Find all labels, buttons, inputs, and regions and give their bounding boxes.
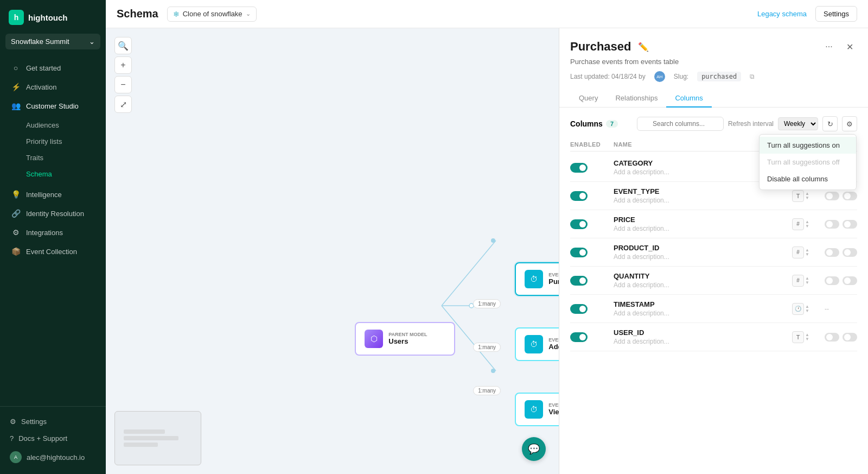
panel-body: Columns 7 🔍 Refresh interval Weekly Dail… <box>559 108 868 474</box>
type-icon-quantity[interactable]: # <box>792 275 804 287</box>
panel-title-actions: ··· ✕ <box>821 39 857 54</box>
suggestion-toggle-product-id[interactable] <box>825 248 839 257</box>
settings-button[interactable]: Settings <box>815 6 857 22</box>
event-node-viewed-info: EVENT MODEL Viewed Product <box>548 402 559 416</box>
sidebar-label-customer-studio: Customer Studio <box>26 102 79 110</box>
workspace-selector[interactable]: Snowflake Summit ⌄ <box>5 34 100 49</box>
event-node-viewed-product[interactable]: ⏱ EVENT MODEL Viewed Product <box>515 393 559 426</box>
event-node-added-to-cart[interactable]: ⏱ EVENT MODEL Added to Cart <box>515 327 559 361</box>
sidebar-item-intelligence[interactable]: 💡 Intelligence <box>3 185 103 204</box>
zoom-in-button[interactable]: + <box>114 56 132 74</box>
toggle-category[interactable] <box>570 163 588 173</box>
tab-query[interactable]: Query <box>570 90 607 108</box>
columns-controls: 🔍 Refresh interval Weekly Daily Hourly ↻… <box>637 116 857 131</box>
toggle-product-id[interactable] <box>570 248 588 257</box>
event-node-cart-info: EVENT MODEL Added to Cart <box>548 337 559 351</box>
fit-view-button[interactable]: ⤢ <box>114 96 132 113</box>
columns-count: 7 <box>606 120 618 128</box>
tab-relationships[interactable]: Relationships <box>607 90 666 108</box>
toggle-price[interactable] <box>570 219 588 229</box>
toggle-quantity[interactable] <box>570 276 588 286</box>
tab-columns[interactable]: Columns <box>666 90 711 108</box>
search-columns-input[interactable] <box>637 117 724 131</box>
enable-toggle-user-id[interactable] <box>843 333 857 342</box>
col-name-quantity: QUANTITY <box>614 272 792 280</box>
enable-toggle-event-type[interactable] <box>843 192 857 200</box>
suggestion-toggle-user-id[interactable] <box>825 333 839 342</box>
close-panel-button[interactable]: ✕ <box>842 39 857 54</box>
type-wrapper-quantity: # ▲ ▼ <box>792 275 809 287</box>
col-desc-product-id[interactable]: Add a description... <box>614 253 792 261</box>
source-chevron-icon: ⌄ <box>246 10 251 17</box>
edit-title-button[interactable]: ✏️ <box>636 39 651 54</box>
sidebar-item-traits[interactable]: Traits <box>3 150 103 166</box>
sidebar-label-event-collection: Event Collection <box>26 248 77 256</box>
schema-canvas[interactable]: 🔍 + − ⤢ <box>106 28 559 474</box>
sidebar-docs-support[interactable]: ? Docs + Support <box>4 430 101 447</box>
type-icon-timestamp[interactable]: 🕐 <box>792 303 804 315</box>
refresh-button[interactable]: ↻ <box>822 116 838 131</box>
type-chev-dn-timestamp[interactable]: ▼ <box>805 309 809 313</box>
sidebar-item-audiences[interactable]: Audiences <box>3 117 103 133</box>
dropdown-item-turn-off[interactable]: Turn all suggestions off <box>760 154 856 170</box>
source-selector[interactable]: ❄ Clone of snowflake ⌄ <box>167 7 257 22</box>
event-node-purchased[interactable]: ⏱ EVENT MODEL Purchased <box>515 262 559 296</box>
type-icon-price[interactable]: # <box>792 218 804 230</box>
sidebar-subitems: Audiences Priority lists Traits Schema <box>0 116 106 185</box>
col-desc-event-type[interactable]: Add a description... <box>614 197 792 204</box>
sidebar-bottom: ⚙ Settings ? Docs + Support A alec@hight… <box>0 406 106 474</box>
type-chev-dn-quantity[interactable]: ▼ <box>805 281 809 285</box>
enable-toggle-quantity[interactable] <box>843 276 857 285</box>
type-wrapper-event-type: T ▲ ▼ <box>792 190 809 202</box>
type-chev-dn-price[interactable]: ▼ <box>805 224 809 229</box>
settings-icon: ⚙ <box>10 418 16 426</box>
col-desc-quantity[interactable]: Add a description... <box>614 281 792 289</box>
type-icon-user-id[interactable]: T <box>792 331 804 343</box>
col-desc-user-id[interactable]: Add a description... <box>614 338 792 345</box>
type-chev-dn-event-type[interactable]: ▼ <box>805 196 809 200</box>
settings-columns-button[interactable]: ⚙ Turn all suggestions on Turn all sugge… <box>842 116 857 131</box>
type-chev-dn-user-id[interactable]: ▼ <box>805 337 809 342</box>
search-canvas-button[interactable]: 🔍 <box>114 37 132 54</box>
col-name-price: PRICE <box>614 216 792 224</box>
sidebar-user[interactable]: A alec@hightouch.io <box>4 447 101 467</box>
chat-fab-button[interactable]: 💬 <box>522 437 546 461</box>
type-icon-event-type[interactable]: T <box>792 190 804 202</box>
sidebar-item-customer-studio[interactable]: 👥 Customer Studio <box>3 97 103 115</box>
suggestion-toggle-price[interactable] <box>825 220 839 229</box>
refresh-interval-select[interactable]: Weekly Daily Hourly <box>778 117 818 130</box>
sidebar-label-integrations: Integrations <box>26 229 63 237</box>
enable-toggle-product-id[interactable] <box>843 248 857 257</box>
sidebar-item-identity-resolution[interactable]: 🔗 Identity Resolution <box>3 204 103 223</box>
toggle-event-type[interactable] <box>570 191 588 201</box>
more-options-button[interactable]: ··· <box>821 39 837 54</box>
column-row-quantity: QUANTITY Add a description... # ▲ ▼ <box>570 267 857 295</box>
suggestion-toggle-event-type[interactable] <box>825 192 839 200</box>
sidebar-item-get-started[interactable]: ○ Get started <box>3 59 103 77</box>
sidebar-item-schema[interactable]: Schema <box>3 166 103 182</box>
parent-node[interactable]: ⬡ PARENT MODEL Users <box>355 322 455 356</box>
toggle-user-id[interactable] <box>570 332 588 342</box>
right-panel: Purchased ✏️ ··· ✕ Purchase events from … <box>559 28 868 474</box>
copy-slug-icon[interactable]: ⧉ <box>750 73 755 80</box>
suggestion-toggle-quantity[interactable] <box>825 276 839 285</box>
sidebar-item-integrations[interactable]: ⚙ Integrations <box>3 223 103 242</box>
sidebar-item-event-collection[interactable]: 📦 Event Collection <box>3 242 103 261</box>
zoom-out-button[interactable]: − <box>114 76 132 93</box>
panel-tabs: Query Relationships Columns <box>570 90 857 107</box>
dropdown-item-disable-all[interactable]: Disable all columns <box>760 170 856 187</box>
col-desc-timestamp[interactable]: Add a description... <box>614 309 792 317</box>
legacy-schema-link[interactable]: Legacy schema <box>757 10 807 18</box>
dropdown-item-turn-on[interactable]: Turn all suggestions on <box>760 137 856 154</box>
sidebar-settings[interactable]: ⚙ Settings <box>4 413 101 430</box>
main-content: Schema ❄ Clone of snowflake ⌄ Legacy sch… <box>106 0 868 474</box>
col-desc-price[interactable]: Add a description... <box>614 225 792 232</box>
type-chev-dn-product-id[interactable]: ▼ <box>805 252 809 257</box>
type-icon-product-id[interactable]: # <box>792 247 804 258</box>
event-node-purchased-info: EVENT MODEL Purchased <box>548 272 559 286</box>
sidebar-item-priority-lists[interactable]: Priority lists <box>3 134 103 149</box>
enable-toggle-price[interactable] <box>843 220 857 229</box>
sidebar-item-activation[interactable]: ⚡ Activation <box>3 78 103 96</box>
toggle-timestamp[interactable] <box>570 304 588 314</box>
integrations-icon: ⚙ <box>11 228 21 237</box>
